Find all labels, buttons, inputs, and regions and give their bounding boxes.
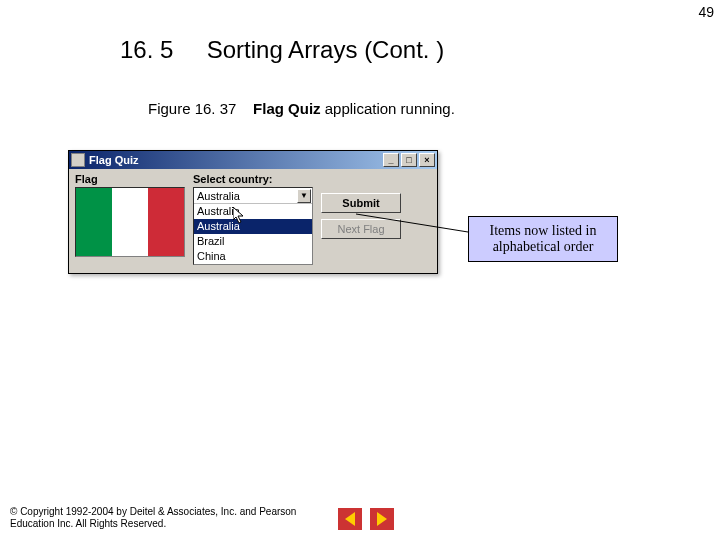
slide-nav [338, 508, 394, 530]
section-title: Sorting Arrays (Cont. ) [207, 36, 444, 63]
section-number: 16. 5 [120, 36, 173, 63]
close-button[interactable]: × [419, 153, 435, 167]
list-item[interactable]: China [194, 249, 312, 264]
next-slide-button[interactable] [370, 508, 394, 530]
select-label: Select country: [193, 173, 313, 185]
list-item[interactable]: Australia [194, 219, 312, 234]
svg-line-1 [356, 214, 468, 232]
list-item[interactable]: Australia [194, 204, 312, 219]
flag-stripe-red [148, 188, 184, 256]
copyright-text: © Copyright 1992-2004 by Deitel & Associ… [10, 506, 330, 530]
combobox-dropdown: Australia Australia Brazil China [194, 204, 312, 264]
flag-label: Flag [75, 173, 185, 185]
spacer-label [321, 173, 401, 185]
flag-column: Flag [75, 173, 185, 265]
figure-rest: application running. [321, 100, 455, 117]
triangle-left-icon [345, 512, 355, 526]
figure-number: Figure 16. 37 [148, 100, 236, 117]
app-icon [71, 153, 85, 167]
country-combobox[interactable]: Australia ▼ Australia Australia Brazil C… [193, 187, 313, 265]
minimize-button[interactable]: _ [383, 153, 399, 167]
titlebar: Flag Quiz _ □ × [69, 151, 437, 169]
figure-appname: Flag Quiz [253, 100, 321, 117]
callout-leader-line [356, 214, 468, 234]
callout-box: Items now listed in alphabetical order [468, 216, 618, 262]
flag-stripe-white [112, 188, 148, 256]
combobox-value: Australia [194, 188, 312, 204]
figure-caption: Figure 16. 37 Flag Quiz application runn… [148, 100, 455, 117]
flag-stripe-green [76, 188, 112, 256]
flag-image [75, 187, 185, 257]
triangle-right-icon [377, 512, 387, 526]
maximize-button[interactable]: □ [401, 153, 417, 167]
select-column: Select country: Australia ▼ Australia Au… [193, 173, 313, 265]
flag-quiz-window: Flag Quiz _ □ × Flag Select country: Aus… [68, 150, 438, 274]
window-title: Flag Quiz [89, 154, 139, 166]
chevron-down-icon[interactable]: ▼ [297, 189, 311, 203]
prev-slide-button[interactable] [338, 508, 362, 530]
submit-button[interactable]: Submit [321, 193, 401, 213]
page-number: 49 [698, 4, 714, 20]
list-item[interactable]: Brazil [194, 234, 312, 249]
slide-heading: 16. 5 Sorting Arrays (Cont. ) [120, 36, 444, 64]
